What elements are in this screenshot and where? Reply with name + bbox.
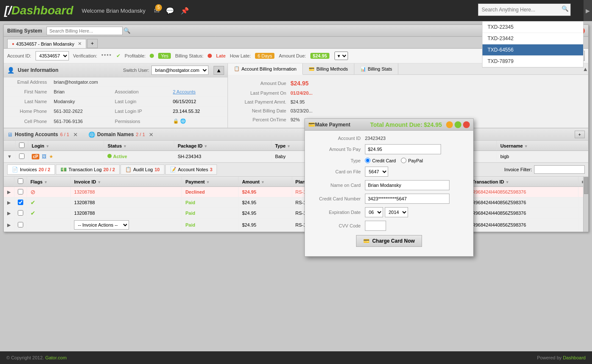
- modal-total: Total Amount Due: $24.95: [370, 121, 442, 128]
- notes-icon: 📝: [170, 167, 176, 172]
- amount-due-label: Amount Due: [231, 81, 291, 86]
- billing-search-input[interactable]: [47, 27, 123, 35]
- tab-account-notes[interactable]: 📝 Account Notes 3: [165, 164, 217, 175]
- search-result-txd23442[interactable]: TXD-23442: [482, 33, 583, 44]
- select-all-invoices[interactable]: [18, 178, 23, 184]
- user-info-panel: 👤 User Information Switch User: brian@ho…: [4, 63, 228, 128]
- last-payment-amnt-value: $24.95: [291, 99, 305, 104]
- expiry-year-select[interactable]: 2014: [385, 207, 408, 217]
- tab-audit-log[interactable]: 📋 Audit Log 10: [121, 164, 164, 175]
- verification-check-icon: ✔: [116, 53, 121, 59]
- paypal-label: PayPal: [408, 158, 423, 163]
- invoice-actions-select[interactable]: -- Invoice Actions --: [74, 220, 129, 230]
- association-value[interactable]: 2 Accounts: [173, 89, 196, 94]
- user-info-table: Email Address brian@hostgator.com First …: [4, 77, 227, 126]
- credit-card-radio[interactable]: [365, 158, 370, 163]
- mail-icon[interactable]: ✉ 5: [154, 7, 159, 15]
- billing-search-button[interactable]: 🔍: [123, 27, 131, 34]
- row-expand[interactable]: ▶: [4, 187, 14, 197]
- search-result-txd64556[interactable]: TXD-64556: [482, 44, 583, 56]
- modal-maximize-button[interactable]: [455, 121, 461, 128]
- th-login[interactable]: Login ▼: [28, 141, 104, 151]
- tab-close-icon[interactable]: ✕: [78, 41, 82, 47]
- row-check[interactable]: [14, 187, 27, 197]
- select-all-hosting[interactable]: [19, 142, 25, 148]
- tab-invoices[interactable]: 📄 Invoices 20 / 2: [7, 164, 55, 175]
- amount-due-select[interactable]: ▼: [334, 52, 348, 60]
- tab-transaction-log[interactable]: 💵 Transaction Log 20 / 2: [56, 164, 120, 175]
- th-invoice-id[interactable]: Invoice ID ▼: [71, 177, 182, 187]
- hosting-header-row: Login ▼ Status ▼ Package ID ▼ Type ▼ Pri…: [4, 141, 588, 151]
- account-tab[interactable]: ● 43534657 - Brian Modansky ✕: [7, 39, 86, 48]
- tab-billing-methods[interactable]: 💳 Billing Methods: [303, 63, 354, 74]
- type-row: Type Credit Card PayPal: [310, 158, 468, 163]
- th-package[interactable]: Package ID ▼: [174, 141, 271, 151]
- methods-tab-icon: 💳: [309, 66, 315, 72]
- image-icon: 🖼: [42, 154, 47, 159]
- add-hosting-button[interactable]: +: [575, 131, 585, 138]
- th-payment[interactable]: Payment ▼: [182, 177, 238, 187]
- credit-card-option[interactable]: Credit Card: [365, 158, 396, 163]
- global-search-button[interactable]: 🔍: [562, 5, 569, 12]
- add-tab-button[interactable]: +: [87, 39, 98, 48]
- switch-user-select[interactable]: brian@hostgator.com: [151, 66, 208, 75]
- row-expand[interactable]: ▼: [4, 151, 15, 162]
- association-label: Association: [112, 87, 170, 97]
- header-expand-button[interactable]: ▶: [584, 0, 592, 21]
- th-amount[interactable]: Amount ▼: [238, 177, 292, 187]
- account-id-label: Account ID: [310, 136, 365, 141]
- table-row: ▶ ✔ 13208788 Paid $24.95 RS-10741 Paid 0…: [4, 208, 588, 219]
- row-expand[interactable]: ▶: [4, 208, 14, 219]
- verification-label: Verification:: [73, 53, 97, 58]
- footer-powered-by: Powered by Dashboard: [537, 355, 586, 360]
- row-payment: Paid: [182, 208, 238, 219]
- paypal-option[interactable]: PayPal: [401, 158, 423, 163]
- paypal-radio[interactable]: [401, 158, 406, 163]
- row-amount: $24.95: [238, 208, 292, 219]
- th-expand: [4, 141, 15, 151]
- chat-icon[interactable]: 💬: [166, 7, 174, 15]
- search-result-txd22345[interactable]: TXD-22345: [482, 22, 583, 33]
- row-transaction-id: R968424I440856Z598376: [469, 187, 578, 197]
- filter-input[interactable]: [534, 165, 585, 174]
- th-username[interactable]: Username ▼: [497, 141, 588, 151]
- amount-input[interactable]: [365, 144, 441, 154]
- th-transaction-id[interactable]: Transaction ID ▼: [469, 177, 578, 187]
- row-amount: $24.95: [238, 197, 292, 208]
- row-check[interactable]: [14, 219, 27, 232]
- row-check[interactable]: [14, 197, 27, 208]
- tab-billing-stats[interactable]: 📊 Billing Stats: [354, 63, 398, 74]
- row-check[interactable]: [15, 151, 28, 162]
- row-check[interactable]: [14, 208, 27, 219]
- tab-account-billing[interactable]: 📋 Account Billing Information: [228, 63, 303, 75]
- modal-minimize-button[interactable]: [446, 121, 453, 128]
- type-label: Type: [310, 158, 365, 163]
- row-invoice-id: 13208788: [71, 197, 182, 208]
- how-late-value: 6 Days: [255, 53, 274, 59]
- row-expand[interactable]: ▶: [4, 197, 14, 208]
- expiry-month-select[interactable]: 06: [365, 207, 383, 217]
- panel-scroll-up-button[interactable]: ▲: [214, 66, 224, 75]
- row-expand[interactable]: ▶: [4, 219, 14, 232]
- account-id-select[interactable]: 43534657: [36, 51, 69, 60]
- hosting-close-button[interactable]: ✕: [73, 131, 78, 138]
- th-flags[interactable]: Flags ▼: [27, 177, 71, 187]
- th-status[interactable]: Status ▼: [104, 141, 174, 151]
- scrollbar-thumb[interactable]: [584, 177, 588, 194]
- footer-dashboard-link[interactable]: Dashboard: [563, 355, 586, 360]
- row-amount: $24.95: [238, 187, 292, 197]
- modal-close-button[interactable]: [463, 121, 470, 128]
- cvv-input[interactable]: [365, 221, 386, 231]
- footer-brand-link[interactable]: Gator.com: [45, 355, 67, 360]
- amount-due-value: $24.95: [310, 53, 330, 59]
- filter-label: Invoice Filter:: [504, 167, 532, 172]
- name-input[interactable]: [365, 180, 449, 190]
- cc-input[interactable]: [365, 194, 449, 204]
- invoice-scrollbar[interactable]: [583, 177, 588, 232]
- card-on-file-select[interactable]: 5647: [365, 167, 388, 177]
- domain-close-button[interactable]: ✕: [149, 131, 153, 138]
- charge-card-button[interactable]: 💳 Charge Card Now: [356, 235, 422, 247]
- global-search-input[interactable]: [478, 3, 571, 16]
- pin-icon[interactable]: 📌: [181, 7, 189, 15]
- search-result-txd78979[interactable]: TXD-78979: [482, 56, 583, 67]
